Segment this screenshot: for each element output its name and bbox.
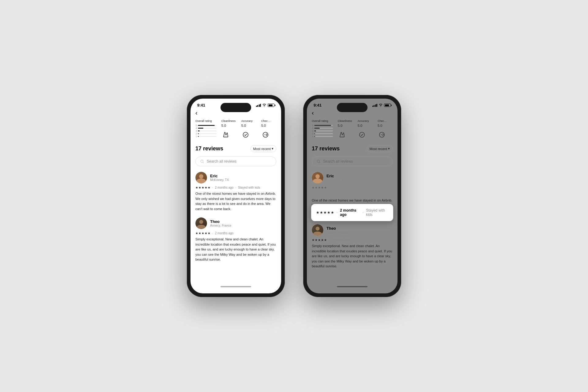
checkin-value: 5.0 <box>261 124 276 127</box>
reviewer-name-eric: Eric <box>210 174 229 178</box>
search-placeholder: Search all reviews <box>207 159 236 164</box>
accuracy-col-dark: Accuracy 5.0 <box>358 119 373 139</box>
reviewer-name-theo-dark: Theo <box>326 226 348 231</box>
search-bar[interactable]: Search all reviews <box>195 156 276 166</box>
stars-eric: ★ ★ ★ ★ ★ <box>195 186 210 189</box>
reviewer-info-theo-dark: Theo Annecy, France <box>312 224 393 236</box>
phone-light: 9:41 ‹ <box>187 95 285 297</box>
reviews-count: 17 reviews <box>195 145 223 152</box>
screen-content-dark: ‹ Overall rating 5 4 <box>307 109 398 289</box>
cleanliness-value: 5.0 <box>221 124 236 127</box>
reviewer-location-theo: Annecy, France <box>210 224 231 227</box>
back-button-dark[interactable]: ‹ <box>312 109 319 116</box>
checkin-icon <box>261 130 270 139</box>
tooltip-popup: ★ ★ ★ ★ ★ · 2 months ago · Stayed with k… <box>311 204 393 221</box>
battery-icon <box>268 104 274 107</box>
search-icon <box>200 159 204 164</box>
reviewer-location-eric: McKinney, TX <box>210 178 229 182</box>
tooltip-time: 2 months ago <box>340 208 360 217</box>
screen-content-light: ‹ Overall rating 5 4 <box>190 109 281 289</box>
review-text-theo: Simply exceptional. New and clean chalet… <box>195 237 276 262</box>
review-card-eric: Eric McKinney, TX ★ ★ ★ ★ ★ · 2 months a… <box>195 172 276 211</box>
reviewer-name-eric-dark: Eric <box>326 174 345 178</box>
checkin-label-dark: Chec… <box>378 119 393 123</box>
overall-bar-chart-dark: 5 4 3 2 <box>312 124 333 138</box>
reviewer-info-theo: Theo Annecy, France <box>195 217 276 229</box>
back-button[interactable]: ‹ <box>195 109 203 116</box>
review-time-theo: 2 months ago <box>215 232 234 235</box>
reviewer-name-theo: Theo <box>210 219 231 224</box>
overall-bar-chart: 5 4 3 2 <box>195 124 217 138</box>
ratings-row-dark: Overall rating 5 4 3 <box>312 119 393 139</box>
signal-icon-dark <box>372 104 378 107</box>
cleanliness-col-dark: Cleanliness 5.0 <box>338 119 353 139</box>
avatar-eric-dark <box>312 172 323 183</box>
sort-button[interactable]: Most recent ▾ <box>251 145 276 152</box>
sort-label: Most recent <box>253 147 271 151</box>
stars-theo-dark: ★ ★ ★ ★ ★ <box>312 238 327 242</box>
cleanliness-label: Cleanliness <box>221 119 236 123</box>
home-indicator <box>221 286 251 287</box>
review-card-theo: Theo Annecy, France ★ ★ ★ ★ ★ · 2 months… <box>195 217 276 262</box>
sort-button-dark[interactable]: Most recent ▾ <box>367 145 393 152</box>
accuracy-label-dark: Accuracy <box>358 119 373 123</box>
overall-label-dark: Overall rating <box>312 119 333 123</box>
reviewer-location-theo-dark: Annecy, France <box>326 231 348 234</box>
status-icons <box>256 104 275 107</box>
svg-point-9 <box>360 132 365 138</box>
checkin-col: Chec… 5.0 <box>261 119 276 139</box>
sort-chevron-icon-dark: ▾ <box>388 147 390 151</box>
accuracy-value-dark: 5.0 <box>358 124 373 127</box>
status-time: 9:41 <box>197 103 205 107</box>
accuracy-icon-dark <box>358 130 366 139</box>
tooltip-stars: ★ ★ ★ ★ ★ <box>316 210 334 215</box>
accuracy-label: Accuracy <box>241 119 256 123</box>
phone-screen-dark: 9:41 ‹ <box>307 99 398 293</box>
review-tag-eric: Stayed with kids <box>238 186 260 189</box>
svg-point-1 <box>243 132 248 138</box>
review-meta-eric-dark: ★ ★ ★ ★ ★ · 2 months ago · Stayed with k… <box>312 186 393 189</box>
sort-chevron-icon: ▾ <box>272 147 273 151</box>
search-bar-dark[interactable]: Search all reviews <box>312 156 393 166</box>
review-tag-eric-dark: Stayed with kids <box>354 186 376 189</box>
review-time-eric-dark: 2 months ago <box>331 186 350 189</box>
cleanliness-col: Cleanliness 5.0 <box>221 119 236 139</box>
svg-line-5 <box>266 135 267 136</box>
checkin-label: Chec… <box>261 119 276 123</box>
reviewer-info-eric: Eric McKinney, TX <box>195 172 276 183</box>
battery-icon-dark <box>384 104 391 107</box>
review-meta-theo-dark: ★ ★ ★ ★ ★ · 2 months ago <box>312 238 393 242</box>
avatar-theo-dark <box>312 224 323 236</box>
ratings-row: Overall rating 5 4 3 <box>195 119 276 139</box>
reviews-header-dark: 17 reviews Most recent ▾ <box>312 145 393 152</box>
reviewer-info-eric-dark: Eric McKinney, TX <box>312 172 393 183</box>
checkin-icon-dark <box>378 130 386 139</box>
review-time-theo-dark: 2 months ago <box>331 238 350 242</box>
cleanliness-label-dark: Cleanliness <box>338 119 353 123</box>
dynamic-island-dark <box>337 103 368 112</box>
tooltip-tag: Stayed with kids <box>366 208 388 217</box>
svg-point-6 <box>201 160 203 162</box>
review-meta-eric: ★ ★ ★ ★ ★ · 2 months ago · Stayed with k… <box>195 186 276 189</box>
accuracy-col: Accuracy 5.0 <box>241 119 256 139</box>
stars-theo: ★ ★ ★ ★ ★ <box>195 232 210 235</box>
review-meta-theo: ★ ★ ★ ★ ★ · 2 months ago <box>195 232 276 235</box>
cleanliness-value-dark: 5.0 <box>338 124 353 127</box>
stars-eric-dark: ★ ★ ★ ★ ★ <box>312 186 327 189</box>
overall-label: Overall rating <box>195 119 217 123</box>
accuracy-icon <box>241 130 250 139</box>
status-icons-dark <box>372 104 391 107</box>
svg-line-7 <box>203 162 204 163</box>
review-card-theo-dark: Theo Annecy, France ★ ★ ★ ★ ★ · 2 months… <box>312 224 393 269</box>
overall-rating-col-dark: Overall rating 5 4 3 <box>312 119 333 139</box>
checkin-value-dark: 5.0 <box>378 124 393 127</box>
cleanliness-icon <box>221 130 230 139</box>
reviews-count-dark: 17 reviews <box>312 145 340 152</box>
wifi-icon-dark <box>379 104 383 107</box>
signal-icon <box>256 104 261 107</box>
review-time-eric: 2 months ago <box>215 186 234 189</box>
checkin-col-dark: Chec… 5.0 <box>378 119 393 139</box>
wifi-icon <box>262 104 266 107</box>
overall-rating-col: Overall rating 5 4 3 <box>195 119 217 139</box>
phone-dark: 9:41 ‹ <box>303 95 401 297</box>
